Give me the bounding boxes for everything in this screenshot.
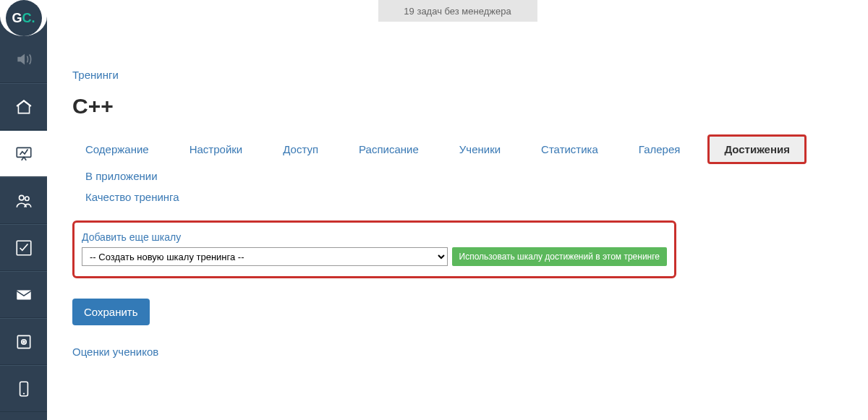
tab-schedule[interactable]: Расписание [346,137,432,161]
home-icon [14,98,33,116]
svg-point-6 [21,339,26,344]
svg-rect-5 [17,335,30,348]
safe-icon [14,333,33,351]
sidebar-item-sound[interactable] [0,36,47,83]
mobile-icon [14,380,33,398]
tab-stats[interactable]: Статистика [528,137,611,161]
student-grades-link[interactable]: Оценки учеников [72,346,158,358]
tab-access[interactable]: Доступ [270,137,331,161]
check-square-icon [14,239,33,257]
scale-select[interactable]: -- Создать новую шкалу тренинга -- [82,247,448,266]
breadcrumb[interactable]: Тренинги [72,69,119,81]
logo-c: C [22,11,32,26]
svg-rect-4 [17,290,31,299]
svg-point-2 [25,197,28,200]
users-icon [14,192,33,210]
speaker-icon [14,50,33,69]
logo-dot: . [32,11,35,26]
tab-achievements[interactable]: Достижения [707,134,807,164]
sidebar-item-mobile[interactable] [0,365,47,412]
sidebar-item-safe[interactable] [0,318,47,365]
add-scale-label: Добавить еще шкалу [82,231,667,243]
tab-content[interactable]: Содержание [72,137,162,161]
mail-icon [14,286,33,304]
logo[interactable]: GC. [0,0,47,36]
tab-gallery[interactable]: Галерея [626,137,694,161]
sidebar-item-presentation[interactable] [0,130,47,177]
presentation-icon [14,145,33,163]
svg-point-1 [19,195,24,200]
svg-point-7 [22,340,24,342]
apply-scale-button[interactable]: Использовать шкалу достижений в этом тре… [452,247,667,266]
sidebar: GC. [0,0,47,420]
sidebar-item-users[interactable] [0,177,47,224]
sidebar-item-home[interactable] [0,83,47,130]
save-button[interactable]: Сохранить [72,299,150,325]
add-scale-panel: Добавить еще шкалу -- Создать новую шкал… [72,220,676,278]
tab-students[interactable]: Ученики [446,137,514,161]
logo-g: G [12,11,22,26]
tab-quality[interactable]: Качество тренинга [72,185,192,209]
tabs: Содержание Настройки Доступ Расписание У… [72,134,843,203]
tab-settings[interactable]: Настройки [176,137,256,161]
sidebar-item-mail[interactable] [0,271,47,318]
page-title: С++ [72,94,843,119]
sidebar-item-tasks[interactable] [0,224,47,271]
content: Тренинги С++ Содержание Настройки Доступ… [47,0,868,358]
